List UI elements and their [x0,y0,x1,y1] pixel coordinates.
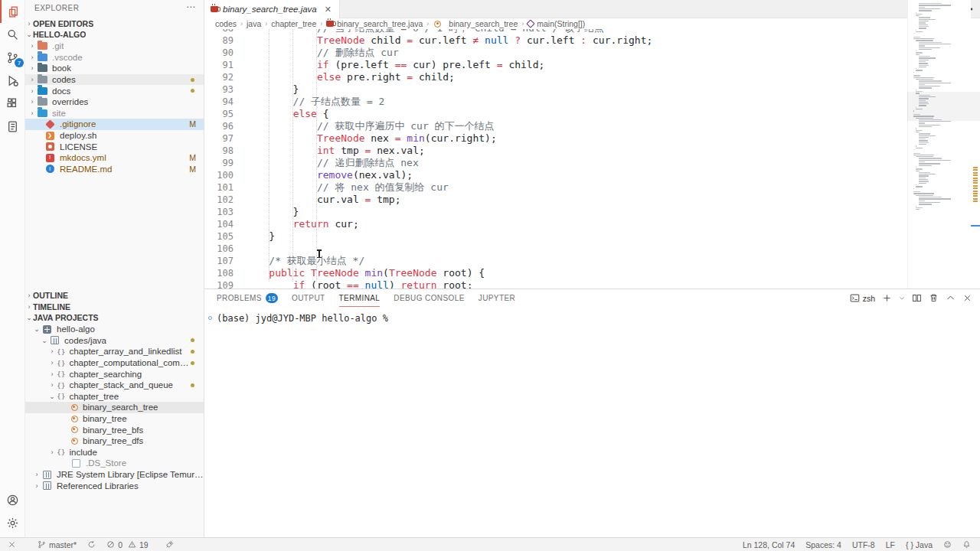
panel-tab-problems[interactable]: PROBLEMS19 [217,289,278,307]
activity-item-run-and-debug[interactable] [0,69,25,92]
minimap-line [916,186,922,187]
section-outline[interactable]: ›OUTLINE [25,290,204,302]
section-java-projects[interactable]: ⌄JAVA PROJECTS [25,312,204,324]
scm-badge: 7 [15,58,24,67]
branch-status[interactable]: master* [38,540,77,549]
row-hello-algo[interactable]: ⌄hello-algo [25,324,204,335]
breadcrumb-item-main-string-[interactable]: main(String[]) [528,19,585,28]
row-binary-search-tree[interactable]: binary_search_tree [25,402,204,413]
minimap-line [916,79,933,80]
row-chapter-computational-complexity[interactable]: ›{}chapter_computational_complexity [25,357,204,369]
minimap-line [916,90,916,90]
error-count: 0 [118,540,122,549]
row-mkdocs-yml[interactable]: mkdocs.ymlM [25,152,204,164]
panel-tab-output[interactable]: OUTPUT [292,289,325,307]
remote-indicator[interactable] [8,540,16,549]
row-book[interactable]: ›book [25,63,204,74]
token: = [497,59,503,70]
row--ds-store[interactable]: .DS_Store [25,458,204,469]
status-item-utf-8[interactable]: UTF-8 [852,540,875,549]
row-license[interactable]: LICENSE [25,141,204,152]
breadcrumb-item-chapter-tree[interactable]: chapter_tree [271,19,316,28]
row-readme-md[interactable]: README.mdM [25,164,204,175]
notifications-bell-icon[interactable] [962,540,971,549]
code-area[interactable]: 8889909192939495969798991001011021031041… [204,29,907,289]
row-binary-tree-bfs[interactable]: binary_tree_bfs [25,424,204,435]
item-label: hello-algo [57,324,95,334]
activity-item-extensions[interactable] [0,92,25,115]
row-codes[interactable]: ›codes [25,74,204,86]
ic-proj [43,325,51,334]
breadcrumb-item-java[interactable]: java [247,19,261,28]
token: null [365,279,389,289]
tab-close-icon[interactable]: ✕ [325,5,332,15]
row-docs[interactable]: ›docs [25,85,204,96]
line-number: 107 [204,255,234,267]
status-item--java[interactable]: { } Java [906,540,933,549]
terminal-picker[interactable]: zsh [850,293,875,303]
token: // 当子结点数量 = 0 / 1 时， child = null / 该子结点 [245,29,604,34]
row--gitignore[interactable]: .gitignoreM [25,119,204,130]
row-deploy-sh[interactable]: deploy.sh [25,130,204,142]
row-include[interactable]: ›{}include [25,447,204,458]
row-codes-java[interactable]: ⌄codes/java [25,335,204,347]
tab-binary-search-tree[interactable]: binary_search_tree.java ✕ [204,0,340,18]
section-open-editors[interactable]: ›OPEN EDITORS [25,18,204,30]
activity-item-source-control[interactable]: 7 [0,46,25,69]
activity-item-explorer[interactable] [0,0,25,23]
section-timeline[interactable]: ›TIMELINE [25,302,204,313]
row-chapter-searching[interactable]: ›{}chapter_searching [25,368,204,380]
row-site[interactable]: ›site [25,108,204,119]
code-line: if (pre.left == cur) pre.left = child; [245,59,652,71]
section-hello-algo[interactable]: ⌄HELLO-ALGO [25,29,204,41]
minimap-line [919,49,932,50]
ic-yml [46,154,54,162]
terminal-prompt[interactable]: (base) jyd@JYD-MBP hello-algo % [217,313,388,324]
status-item-spaces-4[interactable]: Spaces: 4 [805,540,841,549]
row--git[interactable]: ›.git [25,41,204,52]
minimap-slider[interactable] [907,92,980,121]
chevron-icon: › [33,482,41,490]
split-terminal-icon[interactable] [912,293,922,303]
row-overrides[interactable]: ›overrides [25,96,204,108]
item-label: binary_tree_dfs [83,436,143,445]
activity-item-search[interactable] [0,23,25,46]
sidebar-more-button[interactable]: ⋯ [186,2,196,12]
problems-status[interactable]: 0 19 [106,540,149,549]
breadcrumb-item-binary-search-tree-java[interactable]: binary_search_tree.java [326,19,423,28]
feedback-smiley-icon[interactable] [943,540,952,549]
row-referenced-libraries[interactable]: ›Referenced Libraries [25,480,204,491]
activity-item-account[interactable] [0,488,25,511]
breadcrumb-item-codes[interactable]: codes [215,19,237,28]
java-launch-status[interactable] [165,540,174,549]
kill-terminal-icon[interactable] [929,293,939,303]
maximize-panel-icon[interactable] [946,293,956,303]
close-panel-icon[interactable] [962,293,972,303]
row-jre-system-library-eclipse-temurin-17-17-[interactable]: ›JRE System Library [Eclipse Temurin 17 … [25,469,204,481]
activity-item-settings[interactable] [0,511,25,534]
chevron-down-icon[interactable] [899,293,905,303]
row-binary-tree-dfs[interactable]: binary_tree_dfs [25,435,204,447]
row-chapter-stack-and-queue[interactable]: ›{}chapter_stack_and_queue [25,380,204,391]
row-chapter-tree[interactable]: ⌄{}chapter_tree [25,391,204,403]
new-terminal-icon[interactable] [882,293,892,303]
minimap-line [916,68,916,69]
row-binary-tree[interactable]: binary_tree [25,413,204,425]
chevron-icon: › [48,381,56,389]
folder-icon [38,54,47,61]
token: else [317,71,341,83]
minimap[interactable] [907,0,971,289]
breadcrumb-item-binary-search-tree[interactable]: binary_search_tree [433,19,518,28]
panel-tab-terminal[interactable]: TERMINAL [339,289,381,307]
panel-tab-debug-console[interactable]: DEBUG CONSOLE [394,289,464,307]
row--vscode[interactable]: ›.vscode [25,52,204,64]
line-number: 94 [204,96,234,108]
row-chapter-array-and-linkedlist[interactable]: ›{}chapter_array_and_linkedlist [25,346,204,357]
status-item-ln-128-col-74[interactable]: Ln 128, Col 74 [743,540,795,549]
sync-status[interactable] [87,540,96,549]
status-item-lf[interactable]: LF [886,540,895,549]
warning-tick [973,193,978,194]
panel-tab-jupyter[interactable]: JUPYTER [479,289,515,307]
activity-item-notebook[interactable] [0,115,25,138]
breadcrumb-label: main(String[]) [537,19,585,28]
